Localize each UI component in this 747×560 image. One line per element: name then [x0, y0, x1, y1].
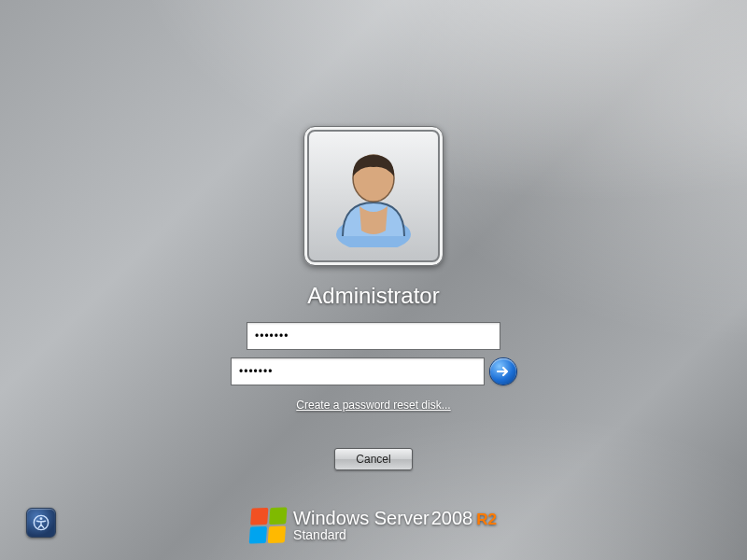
arrow-right-icon — [496, 364, 511, 379]
submit-arrow-button[interactable] — [490, 358, 516, 385]
password-input[interactable] — [247, 322, 500, 350]
user-avatar-tile — [303, 126, 444, 266]
brand-edition: Standard — [293, 528, 497, 542]
login-panel: Administrator Create a password reset di… — [231, 126, 516, 412]
brand-suffix: R2 — [476, 511, 497, 528]
credential-fields: Create a password reset disk... — [231, 322, 516, 412]
ease-of-access-button[interactable] — [26, 508, 56, 538]
username-label: Administrator — [307, 283, 439, 309]
cancel-button[interactable]: Cancel — [334, 448, 413, 470]
branding-text: Windows Server2008R2 Standard — [293, 509, 497, 542]
brand-product: Windows Server — [293, 508, 430, 528]
confirm-password-input[interactable] — [231, 357, 485, 385]
windows-flag-icon — [249, 507, 288, 543]
os-branding: Windows Server2008R2 Standard — [250, 508, 497, 543]
password-reset-link[interactable]: Create a password reset disk... — [296, 399, 450, 412]
brand-year: 2008 — [431, 508, 473, 528]
ease-of-access-icon — [33, 513, 49, 532]
user-avatar-icon — [322, 145, 425, 247]
svg-point-3 — [40, 517, 43, 520]
